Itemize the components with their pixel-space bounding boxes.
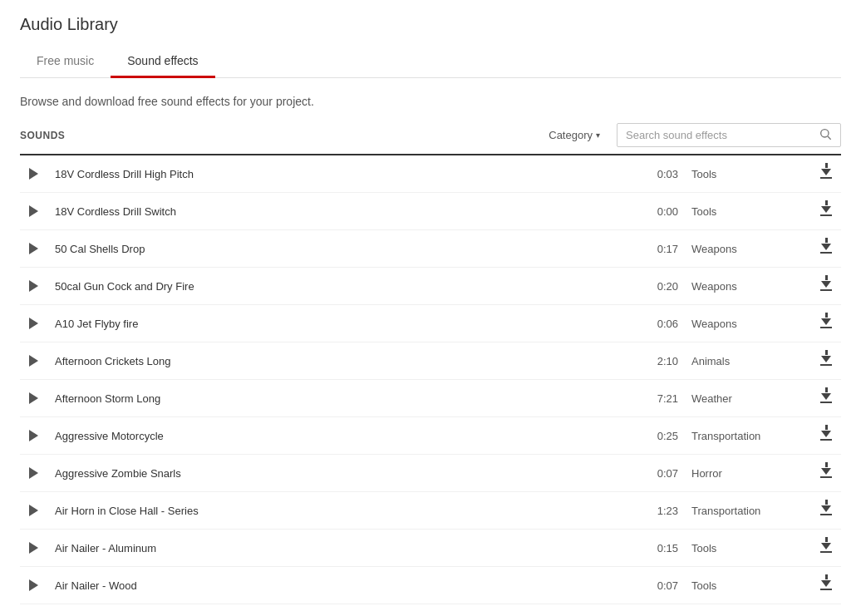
play-button[interactable]: [20, 310, 47, 337]
content-area: Browse and download free sound effects f…: [0, 78, 861, 616]
download-button[interactable]: [811, 506, 841, 515]
play-button[interactable]: [20, 497, 47, 524]
sound-category: Weapons: [678, 318, 811, 330]
sound-name: 50 Cal Shells Drop: [47, 243, 628, 255]
play-icon: [29, 205, 38, 217]
svg-line-1: [828, 136, 831, 140]
tab-free-music[interactable]: Free music: [20, 46, 111, 78]
sound-duration: 0:03: [628, 168, 678, 180]
sound-name: 18V Cordless Drill Switch: [47, 205, 628, 218]
download-icon: [820, 394, 832, 403]
play-button[interactable]: [20, 160, 47, 187]
tabs-bar: Free music Sound effects: [20, 46, 841, 78]
sound-row: A10 Jet Flyby fire 0:06 Weapons: [20, 305, 841, 342]
sound-category: Weapons: [678, 243, 811, 255]
sound-name: Afternoon Storm Long: [47, 392, 628, 405]
sound-name: Afternoon Crickets Long: [47, 355, 628, 367]
search-box: [617, 123, 841, 147]
sound-name: A10 Jet Flyby fire: [47, 318, 628, 330]
play-icon: [29, 542, 38, 554]
sound-list: 18V Cordless Drill High Pitch 0:03 Tools…: [0, 155, 861, 616]
sound-duration: 0:20: [628, 280, 678, 293]
play-icon: [29, 243, 38, 254]
download-icon: [820, 506, 832, 515]
play-button[interactable]: [20, 572, 47, 599]
play-button[interactable]: [20, 422, 47, 449]
download-button[interactable]: [811, 544, 841, 553]
sound-name: 50cal Gun Cock and Dry Fire: [47, 280, 628, 293]
download-button[interactable]: [811, 357, 841, 366]
download-button[interactable]: [811, 394, 841, 403]
download-icon: [820, 207, 832, 216]
download-icon: [820, 282, 832, 291]
toolbar: Sounds Category ▾: [20, 123, 841, 155]
page-header: Audio Library Free music Sound effects: [0, 0, 861, 78]
tab-sound-effects[interactable]: Sound effects: [111, 46, 214, 78]
play-icon: [29, 168, 38, 180]
sound-name: Aggressive Zombie Snarls: [47, 467, 628, 480]
sound-row: Aggressive Zombie Snarls 0:07 Horror: [20, 455, 841, 492]
sound-duration: 0:06: [628, 318, 678, 330]
sound-row: Air Horn in Close Hall - Series 1:23 Tra…: [20, 492, 841, 530]
sound-duration: 2:10: [628, 355, 678, 367]
sound-category: Tools: [678, 579, 811, 592]
download-icon: [820, 544, 832, 553]
sound-row: 50 Cal Shells Drop 0:17 Weapons: [20, 230, 841, 268]
app-container: Audio Library Free music Sound effects B…: [0, 0, 861, 616]
play-icon: [29, 467, 38, 479]
play-icon: [29, 318, 38, 329]
sound-category: Tools: [678, 542, 811, 554]
toolbar-right: Category ▾: [542, 123, 841, 147]
download-button[interactable]: [811, 319, 841, 328]
sound-row: Air Nailer - Wood 0:07 Tools: [20, 567, 841, 604]
sound-duration: 0:17: [628, 243, 678, 255]
sound-duration: 0:15: [628, 542, 678, 554]
download-icon: [820, 431, 832, 441]
download-icon: [820, 357, 832, 366]
sound-duration: 0:00: [628, 205, 678, 218]
play-button[interactable]: [20, 235, 47, 262]
play-icon: [29, 355, 38, 367]
play-button[interactable]: [20, 385, 47, 411]
play-button[interactable]: [20, 273, 47, 299]
download-button[interactable]: [811, 469, 841, 478]
category-filter-button[interactable]: Category ▾: [542, 126, 607, 145]
sound-row: Afternoon Crickets Long 2:10 Animals: [20, 342, 841, 380]
download-button[interactable]: [811, 581, 841, 590]
sound-duration: 7:21: [628, 392, 678, 405]
download-button[interactable]: [811, 244, 841, 254]
toolbar-left: Sounds: [20, 130, 65, 141]
play-button[interactable]: [20, 347, 47, 374]
play-icon: [29, 505, 38, 516]
sounds-column-label: Sounds: [20, 130, 65, 141]
play-icon: [29, 430, 38, 441]
sound-category: Transportation: [678, 505, 811, 517]
download-icon: [820, 469, 832, 478]
sound-name: Aggressive Motorcycle: [47, 430, 628, 442]
download-button[interactable]: [811, 170, 841, 179]
sound-row: Afternoon Storm Long 7:21 Weather: [20, 380, 841, 417]
play-button[interactable]: [20, 198, 47, 224]
sound-row: Aggressive Motorcycle 0:25 Transportatio…: [20, 417, 841, 455]
sound-row: Air Nailer - Aluminum 0:15 Tools: [20, 530, 841, 567]
download-button[interactable]: [811, 207, 841, 216]
sound-category: Tools: [678, 168, 811, 180]
search-input[interactable]: [626, 129, 814, 141]
sound-duration: 0:07: [628, 579, 678, 592]
chevron-down-icon: ▾: [596, 131, 600, 140]
download-button[interactable]: [811, 431, 841, 441]
sound-category: Animals: [678, 355, 811, 367]
play-icon: [29, 579, 38, 591]
play-icon: [29, 392, 38, 404]
download-button[interactable]: [811, 282, 841, 291]
download-icon: [820, 170, 832, 179]
sound-name: Air Horn in Close Hall - Series: [47, 505, 628, 517]
download-icon: [820, 244, 832, 254]
download-icon: [820, 319, 832, 328]
play-button[interactable]: [20, 535, 47, 561]
sound-row: 50cal Gun Cock and Dry Fire 0:20 Weapons: [20, 268, 841, 305]
sound-category: Tools: [678, 205, 811, 218]
play-button[interactable]: [20, 460, 47, 486]
description-text: Browse and download free sound effects f…: [20, 95, 841, 108]
sound-name: Air Nailer - Aluminum: [47, 542, 628, 554]
